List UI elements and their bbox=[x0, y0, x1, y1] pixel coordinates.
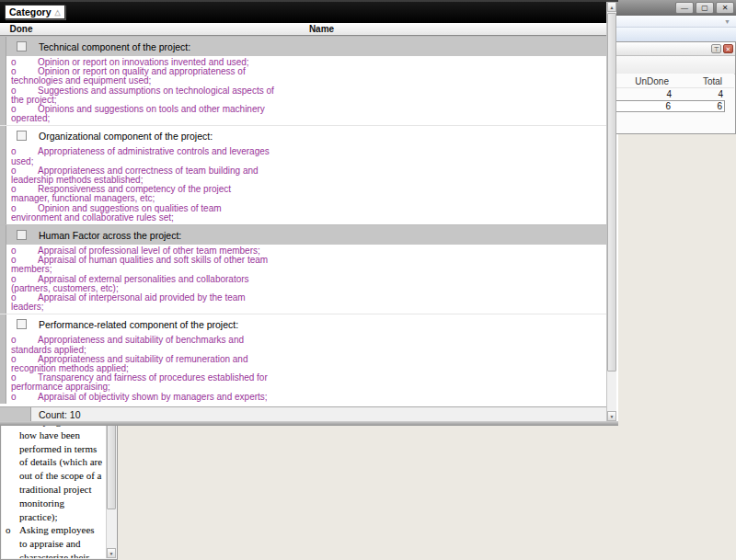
row-indicator-cell bbox=[0, 37, 6, 56]
note-line-bullet: o bbox=[11, 275, 38, 284]
note-line: oSuggestions and assumptions on technolo… bbox=[11, 86, 606, 96]
done-checkbox[interactable] bbox=[17, 230, 27, 240]
sort-ascending-icon: △ bbox=[55, 8, 61, 17]
grid-status-bar: Count: 10 bbox=[0, 406, 606, 421]
note-line: (partners, customers, etc); bbox=[11, 284, 606, 293]
close-button[interactable]: ✕ bbox=[716, 2, 734, 14]
done-cell bbox=[6, 230, 37, 240]
task-name: Technical component of the project: bbox=[37, 41, 606, 52]
note-line-bullet: o bbox=[11, 166, 38, 176]
note-line: environment and collaborative rules set; bbox=[11, 213, 606, 223]
note-line: oAppraisal of human qualities and soft s… bbox=[11, 256, 606, 265]
grid-scroll-up-icon[interactable]: ▲ bbox=[607, 2, 616, 12]
row-indicator-cell bbox=[0, 126, 6, 145]
done-checkbox[interactable] bbox=[17, 319, 27, 329]
grid-scroll-thumb[interactable] bbox=[607, 13, 616, 371]
task-notes-block[interactable]: oOpinion or report on innovations invent… bbox=[0, 56, 606, 125]
note-line: standards applied; bbox=[11, 346, 606, 355]
note-line-bullet: o bbox=[11, 293, 38, 303]
note-line: oTransparency and fairness of procedures… bbox=[11, 373, 606, 383]
note-line: recognition methods applied; bbox=[11, 364, 606, 373]
done-checkbox[interactable] bbox=[17, 41, 27, 51]
note-line: oAppropriateness and correctness of team… bbox=[11, 166, 606, 176]
grid-scroll-down-icon[interactable]: ▼ bbox=[607, 411, 616, 421]
maximize-button[interactable]: ▢ bbox=[696, 2, 714, 14]
row-indicator-cell bbox=[0, 225, 6, 245]
row-indicator-cell bbox=[0, 334, 6, 403]
note-line: performance appraising; bbox=[11, 383, 606, 392]
note-list-item: oClarifying what and how have been perfo… bbox=[6, 415, 103, 523]
note-line: oOpinion or report on innovations invent… bbox=[11, 58, 606, 67]
category-undone-count: 6 bbox=[615, 101, 671, 111]
row-indicator-cell bbox=[0, 56, 6, 125]
note-line: oAppraisal of objectivity shown by manag… bbox=[11, 393, 606, 402]
column-header-total[interactable]: Total bbox=[673, 76, 722, 86]
column-header-undone[interactable]: UnDone bbox=[614, 76, 669, 86]
note-line: oAppropriateness and suitability of remu… bbox=[11, 355, 606, 364]
note-line: oAppraisal of external personalities and… bbox=[11, 275, 606, 284]
note-line: operated; bbox=[11, 114, 606, 123]
note-line: oOpinion or report on quality and approp… bbox=[11, 67, 606, 76]
note-line: oOpinions and suggestions on tools and o… bbox=[11, 105, 606, 114]
note-bullet: o bbox=[6, 415, 19, 523]
note-line-bullet: o bbox=[11, 86, 38, 96]
note-line-bullet: o bbox=[11, 393, 38, 402]
category-total-count: 4 bbox=[672, 89, 725, 99]
note-line: oAppraisal of interpersonal aid provided… bbox=[11, 293, 606, 303]
task-rows: Technical component of the project:oOpin… bbox=[0, 36, 606, 406]
task-count-label: Count: 10 bbox=[31, 409, 81, 420]
task-name: Human Factor across the project: bbox=[37, 230, 606, 241]
group-by-category-button[interactable]: Category △ bbox=[5, 5, 65, 19]
task-row[interactable]: Human Factor across the project: bbox=[0, 224, 606, 245]
note-line: oAppropriateness of administrative contr… bbox=[11, 147, 606, 156]
note-scroll-down-icon[interactable]: ▼ bbox=[107, 548, 116, 558]
column-header-name[interactable]: Name bbox=[37, 24, 606, 34]
note-line: oResponsiveness and competency of the pr… bbox=[11, 185, 606, 194]
task-notes-text: oAppropriateness and suitability of benc… bbox=[6, 334, 606, 403]
note-line-bullet: o bbox=[11, 246, 38, 256]
row-indicator-cell bbox=[0, 314, 6, 334]
note-item-text: Clarifying what and how have been perfor… bbox=[19, 415, 103, 523]
grid-scrollbar[interactable]: ▲ ▼ bbox=[606, 2, 616, 421]
task-grid-panel: Category △ Done Name Technical component… bbox=[0, 0, 618, 426]
row-indicator-cell bbox=[0, 145, 6, 224]
note-item-text: Asking employees to appraise and charact… bbox=[19, 523, 103, 558]
group-by-label: Category bbox=[9, 6, 52, 17]
note-line: used; bbox=[11, 157, 606, 166]
note-line-bullet: o bbox=[11, 147, 38, 156]
note-line-bullet: o bbox=[11, 355, 38, 364]
done-cell bbox=[6, 41, 37, 51]
task-name: Performance-related component of the pro… bbox=[37, 319, 606, 330]
task-notes-block[interactable]: oAppropriateness and suitability of benc… bbox=[0, 334, 606, 403]
task-notes-text: oOpinion or report on innovations invent… bbox=[6, 56, 606, 125]
task-notes-block[interactable]: oAppraisal of professional level of othe… bbox=[0, 245, 606, 314]
task-row[interactable]: Performance-related component of the pro… bbox=[0, 314, 606, 334]
note-line: members; bbox=[11, 265, 606, 274]
menu-overflow-icon[interactable]: ▼ bbox=[724, 18, 730, 25]
done-cell bbox=[6, 131, 37, 141]
row-indicator-cell bbox=[0, 245, 6, 314]
note-line: oOpinion and suggestions on qualities of… bbox=[11, 204, 606, 213]
note-list-item: oAsking employees to appraise and charac… bbox=[6, 523, 103, 558]
category-undone-count: 4 bbox=[616, 89, 672, 99]
task-row[interactable]: Technical component of the project: bbox=[0, 36, 606, 56]
note-line: oAppraisal of professional level of othe… bbox=[11, 246, 606, 256]
category-total-count: 6 bbox=[671, 101, 724, 111]
note-line-bullet: o bbox=[11, 185, 38, 194]
column-header-done[interactable]: Done bbox=[6, 24, 37, 34]
note-line: technologies and equipment used; bbox=[11, 76, 606, 86]
grid-bottom-edge bbox=[0, 421, 618, 426]
note-line: leadership methods established; bbox=[11, 176, 606, 185]
grid-header-row: Done Name bbox=[0, 23, 606, 36]
note-line-bullet: o bbox=[11, 58, 38, 67]
task-notes-block[interactable]: oAppropriateness of administrative contr… bbox=[0, 145, 606, 224]
group-by-band[interactable]: Category △ bbox=[0, 2, 606, 23]
minimize-button[interactable]: — bbox=[675, 2, 694, 14]
categories-pin-icon[interactable]: ⊤ bbox=[711, 44, 721, 53]
note-line-bullet: o bbox=[11, 105, 38, 114]
categories-close-icon[interactable]: ✕ bbox=[723, 44, 733, 53]
note-line-bullet: o bbox=[11, 67, 38, 76]
task-row[interactable]: Organizational component of the project: bbox=[0, 125, 606, 145]
done-checkbox[interactable] bbox=[17, 131, 27, 141]
note-bullet: o bbox=[6, 523, 19, 558]
